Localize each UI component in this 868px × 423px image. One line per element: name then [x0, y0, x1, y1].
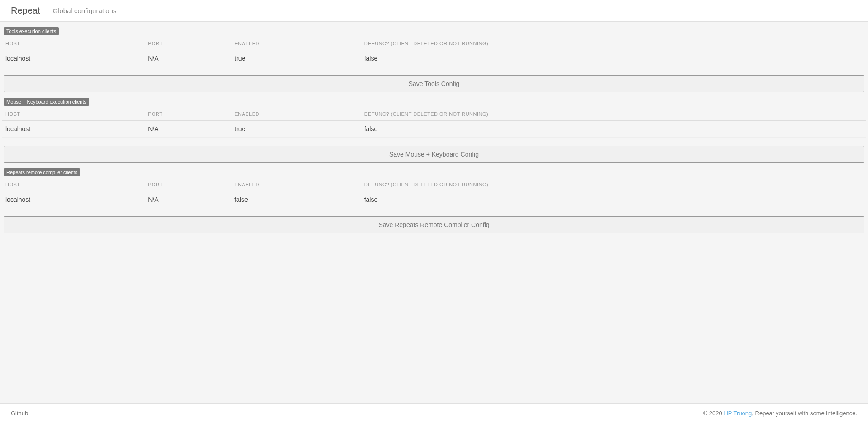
navbar: Repeat Global configurations [0, 0, 868, 22]
save-tools-config-button[interactable]: Save Tools Config [4, 75, 864, 92]
main-content: Tools execution clients HOST PORT ENABLE… [0, 22, 868, 403]
footer: Github © 2020 HP Truong, Repeat yourself… [0, 403, 868, 423]
mouse-keyboard-table: HOST PORT ENABLED DEFUNC? (CLIENT DELETE… [2, 108, 866, 138]
footer-github-link[interactable]: Github [11, 410, 28, 417]
cell-defunc: false [361, 50, 866, 67]
cell-port: N/A [144, 50, 231, 67]
col-header-port: PORT [144, 108, 231, 121]
col-header-host: HOST [2, 108, 144, 121]
table-row[interactable]: localhost N/A false false [2, 191, 866, 208]
mouse-keyboard-section-label: Mouse + Keyboard execution clients [4, 98, 89, 106]
footer-copyright: © 2020 HP Truong, Repeat yourself with s… [703, 410, 857, 417]
cell-host: localhost [2, 191, 144, 208]
col-header-host: HOST [2, 178, 144, 191]
repeats-compiler-section-label: Repeats remote compiler clients [4, 168, 80, 176]
col-header-enabled: ENABLED [231, 178, 361, 191]
tools-table: HOST PORT ENABLED DEFUNC? (CLIENT DELETE… [2, 37, 866, 67]
save-repeats-compiler-config-button[interactable]: Save Repeats Remote Compiler Config [4, 216, 864, 233]
table-row[interactable]: localhost N/A true false [2, 121, 866, 138]
table-row[interactable]: localhost N/A true false [2, 50, 866, 67]
save-mouse-keyboard-config-button[interactable]: Save Mouse + Keyboard Config [4, 146, 864, 163]
col-header-enabled: ENABLED [231, 37, 361, 50]
col-header-defunc: DEFUNC? (CLIENT DELETED OR NOT RUNNING) [361, 178, 866, 191]
cell-enabled: true [231, 50, 361, 67]
copyright-prefix: © 2020 [703, 410, 724, 417]
col-header-port: PORT [144, 37, 231, 50]
cell-host: localhost [2, 50, 144, 67]
col-header-defunc: DEFUNC? (CLIENT DELETED OR NOT RUNNING) [361, 108, 866, 121]
copyright-suffix: , Repeat yourself with some intelligence… [752, 410, 857, 417]
cell-defunc: false [361, 191, 866, 208]
col-header-host: HOST [2, 37, 144, 50]
col-header-defunc: DEFUNC? (CLIENT DELETED OR NOT RUNNING) [361, 37, 866, 50]
cell-enabled: true [231, 121, 361, 138]
navbar-brand[interactable]: Repeat [11, 5, 40, 16]
cell-host: localhost [2, 121, 144, 138]
cell-port: N/A [144, 191, 231, 208]
col-header-port: PORT [144, 178, 231, 191]
tools-section-label: Tools execution clients [4, 27, 59, 35]
cell-port: N/A [144, 121, 231, 138]
repeats-compiler-table: HOST PORT ENABLED DEFUNC? (CLIENT DELETE… [2, 178, 866, 208]
navbar-global-config[interactable]: Global configurations [53, 7, 117, 14]
footer-author-link[interactable]: HP Truong [724, 410, 752, 417]
cell-enabled: false [231, 191, 361, 208]
cell-defunc: false [361, 121, 866, 138]
col-header-enabled: ENABLED [231, 108, 361, 121]
